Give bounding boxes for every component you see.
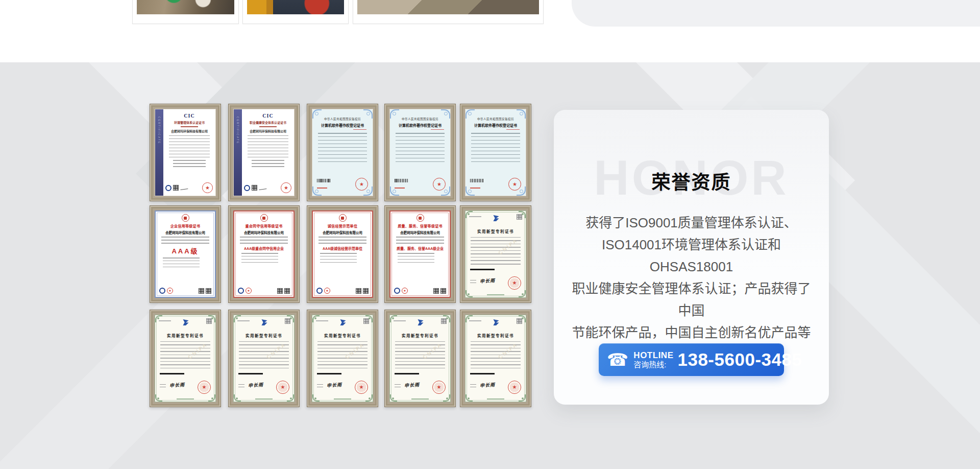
certificate-card-patent: 实用新型专利证书 CNIPA 申长雨 [384,310,456,407]
certificate-title: 计算机软件著作权登记证书 [465,123,526,128]
certificate-body-text [318,237,366,244]
project-photo-card[interactable] [242,0,349,24]
page: CERTIFICATE CIC 环境管理体系认证证书 合肥珂玛环保科技有限公司 [0,0,980,469]
red-emblem-icon [260,214,268,222]
certificate-title: 职业健康安全体系认证证书 [244,120,291,125]
red-star-badge-icon [324,288,330,294]
certificate-card-patent: 实用新型专利证书 CNIPA 申长雨 [150,310,221,407]
cnipa-logo-icon [465,215,526,221]
barcode-icon [470,269,495,270]
credit-logo-icon [159,288,165,294]
certificate-page: 重合同守信用等级证书 合肥珂玛环保科技有限公司 AAA级重合同守信用企业 [233,210,295,298]
certificate-page: 企业信用等级证书 合肥珂玛环保科技有限公司 AAA级 [155,210,216,298]
signature-mark [180,185,188,190]
corner-ornament-icon [155,394,162,402]
description-line: 获得了ISO9001质量管理体系认证、 [568,212,815,234]
certificate-title: 实用新型专利证书 [234,333,294,338]
concrete-trench-photo [357,0,539,14]
certificate-page: 中华人民共和国国家版权局 计算机软件著作权登记证书 [312,109,373,196]
certificate-page: 实用新型专利证书 CNIPA 申长雨 [312,315,373,402]
hotline-label-zh: 咨询热线: [633,360,666,369]
certificate-page: 中华人民共和国国家版权局 计算机软件著作权登记证书 [465,109,526,196]
certificate-page: 诚信经营示范单位 合肥珂玛环保科技有限公司 AAA级诚信经营示范单位 [312,210,373,298]
certificate-body-text [471,133,520,165]
certificate-body-text [252,160,284,168]
red-star-seal-icon [281,182,291,193]
hotline-button[interactable]: ☎ HOTLINE 咨询热线: 138-5600-3485 [599,343,784,376]
certificate-org: CIC [166,113,213,119]
excavation-site-photo [137,0,234,14]
signature-mark [259,185,267,190]
certificate-body-text [161,237,209,244]
red-star-seal-icon [355,178,368,191]
project-photo-card[interactable] [132,0,239,24]
red-star-seal-icon [433,178,446,191]
corner-ornament-icon [465,290,473,297]
credit-logo-icon [394,288,400,294]
certificate-award: AAA级诚信经营示范单位 [313,246,372,251]
certificate-page: 实用新型专利证书 CNIPA 申长雨 [233,315,295,402]
certificate-company: 合肥珂玛环保科技有限公司 [390,230,450,235]
corner-ornament-icon [465,394,473,402]
certificate-card-credit: 企业信用等级证书 合肥珂玛环保科技有限公司 AAA级 [150,205,221,303]
certificate-company: 合肥珂玛环保科技有限公司 [313,230,372,235]
certificate-body-text [240,237,288,244]
certificate-title: 计算机软件著作权登记证书 [312,123,373,128]
certificate-page: 实用新型专利证书 CNIPA 申长雨 [465,315,526,402]
barcode-icon [317,373,341,374]
certificate-card-patent: 实用新型专利证书 CNIPA 申长雨 [307,310,378,407]
barcode-icon [470,373,495,374]
red-emblem-icon [182,214,189,222]
credit-logo-icon [316,288,323,294]
section-title: 荣誉资质 [554,167,829,195]
corner-ornament-icon [441,109,450,119]
hotline-number: 138-5600-3485 [677,349,802,370]
qr-code-icon [356,288,361,294]
corner-ornament-icon [519,290,526,297]
corner-ornament-icon [312,109,322,119]
corner-ornament-icon [365,394,373,402]
certificate-body-text [248,135,288,158]
certificate-title: 实用新型专利证书 [465,333,526,338]
cnipa-logo-icon [465,319,526,325]
certificate-body-text [320,253,357,263]
red-star-seal-icon [202,182,213,193]
certificate-page: CERTIFICATE CIC 职业健康安全体系认证证书 合肥珂玛环保科技有限公… [233,109,295,196]
red-star-badge-icon [167,288,173,294]
certificate-card-credit: 质量、服务、信誉等级证书 合肥珂玛环保科技有限公司 质量、服务、信誉AAA级企业 [384,205,456,303]
certificate-page: CERTIFICATE CIC 环境管理体系认证证书 合肥珂玛环保科技有限公司 [155,109,216,196]
project-photo-card[interactable] [353,0,544,24]
certificate-card-copyright: 中华人民共和国国家版权局 计算机软件著作权登记证书 [384,104,456,201]
red-emblem-seal-icon [432,381,446,394]
phone-icon: ☎ [607,351,628,368]
certificate-title: 计算机软件著作权登记证书 [390,123,450,128]
certificate-card-credit: 重合同守信用等级证书 合肥珂玛环保科技有限公司 AAA级重合同守信用企业 [228,205,300,303]
honor-section: CERTIFICATE CIC 环境管理体系认证证书 合肥珂玛环保科技有限公司 [0,62,980,469]
certificate-title: 诚信经营示范单位 [313,223,372,228]
certificate-side-band: CERTIFICATE [234,109,242,196]
red-emblem-seal-icon [198,381,211,394]
corner-ornament-icon [390,394,397,402]
barcode-icon [395,179,408,182]
commissioner-signature: 申长雨 [248,381,264,389]
certificate-body-text [241,253,278,263]
hotline-label-en: HOTLINE [633,350,673,361]
honor-card: HONOR 荣誉资质 获得了ISO9001质量管理体系认证、 ISO14001环… [554,110,829,405]
corner-ornament-icon [287,394,294,402]
commissioner-signature: 申长雨 [480,381,496,389]
certificate-company: 合肥珂玛环保科技有限公司 [156,230,215,235]
certificate-org: CIC [244,113,291,119]
barcode-icon [317,179,330,182]
certificate-title: 实用新型专利证书 [465,228,526,234]
red-emblem-icon [416,214,424,222]
certificate-body-text [396,133,445,165]
crane-truck-photo [247,0,344,14]
red-emblem-icon [339,214,347,222]
red-star-badge-icon [246,288,252,294]
certificate-award: AAA级 [156,246,215,255]
certificate-title: 质量、服务、信誉等级证书 [390,223,450,228]
certificate-card-patent: 实用新型专利证书 CNIPA 申长雨 [460,310,531,407]
qr-code-icon [252,185,257,191]
barcode-icon [470,179,483,182]
certificate-title: 实用新型专利证书 [312,333,373,338]
